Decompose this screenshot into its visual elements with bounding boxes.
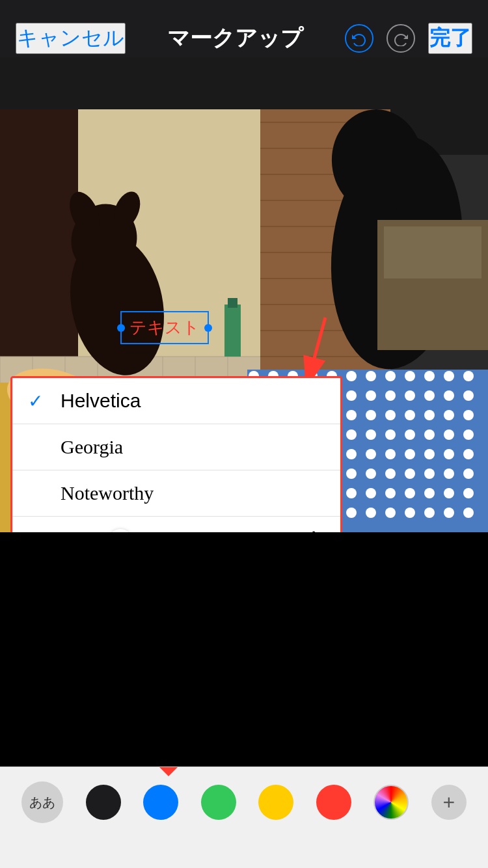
resize-handle-right[interactable] bbox=[204, 324, 212, 332]
dropdown-arrow-indicator bbox=[159, 767, 178, 776]
checkmark-placeholder: ✓ bbox=[28, 437, 47, 458]
add-color-button[interactable]: + bbox=[431, 785, 467, 820]
size-small-label: あ bbox=[25, 531, 44, 532]
page-title: マークアップ bbox=[167, 23, 303, 53]
font-picker-panel: ✓ Helvetica ✓ Georgia ✓ Noteworthy あ あ bbox=[10, 376, 342, 532]
font-option-noteworthy[interactable]: ✓ Noteworthy bbox=[12, 470, 340, 517]
size-slider-thumb[interactable] bbox=[109, 529, 132, 532]
undo-history-button[interactable] bbox=[345, 24, 373, 53]
size-large-label: あ bbox=[305, 526, 327, 532]
aa-label: ああ bbox=[29, 794, 55, 811]
font-option-georgia[interactable]: ✓ Georgia bbox=[12, 424, 340, 470]
font-size-row: あ あ bbox=[12, 517, 340, 532]
add-icon: + bbox=[442, 791, 455, 815]
color-multicolor[interactable] bbox=[373, 785, 409, 820]
toolbar-items: ああ + bbox=[0, 767, 488, 823]
font-name-label: Helvetica bbox=[61, 390, 141, 412]
checkmark-icon: ✓ bbox=[28, 390, 47, 412]
top-navigation-bar: キャンセル マークアップ 完了 bbox=[0, 0, 488, 57]
color-red[interactable] bbox=[316, 785, 351, 820]
color-black[interactable] bbox=[86, 785, 121, 820]
color-yellow[interactable] bbox=[258, 785, 293, 820]
color-blue[interactable] bbox=[143, 785, 178, 820]
image-area: テキスト ✓ Helvetica ✓ Georgia ✓ Noteworthy bbox=[0, 57, 488, 532]
done-button[interactable]: 完了 bbox=[428, 23, 472, 54]
cancel-button[interactable]: キャンセル bbox=[16, 23, 126, 54]
resize-handle-left[interactable] bbox=[117, 324, 125, 332]
annotation-text: テキスト bbox=[129, 318, 200, 337]
font-name-label: Noteworthy bbox=[61, 482, 154, 504]
redo-button[interactable] bbox=[386, 24, 415, 53]
bottom-toolbar: ああ + bbox=[0, 766, 488, 868]
font-option-helvetica[interactable]: ✓ Helvetica bbox=[12, 378, 340, 424]
text-style-button[interactable]: ああ bbox=[21, 781, 63, 823]
color-green[interactable] bbox=[201, 785, 236, 820]
text-annotation-box[interactable]: テキスト bbox=[120, 311, 209, 344]
toolbar-icons: 完了 bbox=[345, 23, 472, 54]
font-name-label: Georgia bbox=[61, 436, 123, 458]
checkmark-placeholder: ✓ bbox=[28, 483, 47, 504]
